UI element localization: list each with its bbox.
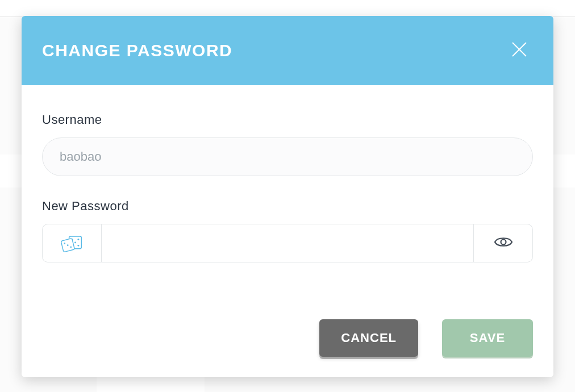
svg-point-7 <box>74 241 76 243</box>
new-password-input-group <box>42 224 533 262</box>
save-button[interactable]: SAVE <box>442 319 533 357</box>
modal-footer: CANCEL SAVE <box>22 303 553 377</box>
modal-title: CHANGE PASSWORD <box>42 41 232 60</box>
new-password-label: New Password <box>42 199 533 214</box>
backdrop-header-row <box>0 0 575 17</box>
close-icon <box>510 40 528 61</box>
username-field[interactable] <box>42 137 533 176</box>
eye-icon <box>494 232 513 254</box>
generate-password-button[interactable] <box>42 224 101 262</box>
username-group: Username <box>42 112 533 176</box>
dice-icon <box>61 232 84 255</box>
svg-point-6 <box>77 245 79 247</box>
change-password-modal: CHANGE PASSWORD Username New Password <box>22 16 553 377</box>
username-label: Username <box>42 112 533 127</box>
cancel-button[interactable]: CANCEL <box>319 319 418 357</box>
new-password-group: New Password <box>42 199 533 262</box>
toggle-password-visibility-button[interactable] <box>474 224 533 262</box>
modal-body: Username New Password <box>22 85 553 303</box>
close-button[interactable] <box>506 37 533 64</box>
svg-point-4 <box>77 239 79 240</box>
svg-point-12 <box>501 240 506 245</box>
new-password-field[interactable] <box>101 224 474 262</box>
modal-header: CHANGE PASSWORD <box>22 16 553 85</box>
